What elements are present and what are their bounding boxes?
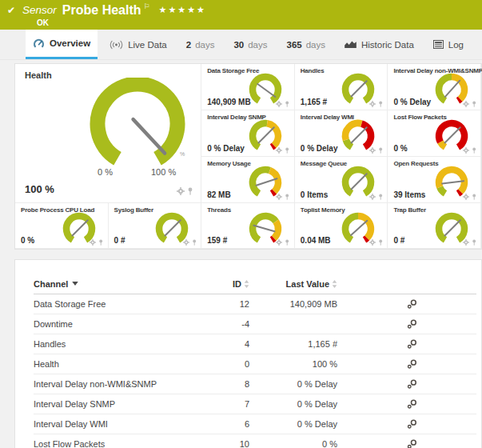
channel-edit-cell[interactable]	[400, 419, 424, 430]
priority-stars[interactable]: ★★★★★	[159, 5, 206, 14]
pin-icon[interactable]	[472, 239, 476, 246]
pin-icon[interactable]	[378, 239, 383, 246]
channel-name-cell[interactable]: Data Storage Free	[34, 299, 197, 309]
pin-icon[interactable]	[472, 194, 476, 200]
gauge-needle	[133, 119, 165, 153]
channel-name-cell[interactable]: Handles	[34, 339, 197, 349]
gauge-tile-toplist-memory[interactable]: Toplist Memory0.04 MB	[295, 203, 388, 249]
table-row[interactable]: Handles41,165 #	[34, 334, 476, 354]
priority-flag-icon[interactable]: ⚐	[144, 3, 150, 11]
gear-icon[interactable]	[276, 194, 282, 200]
tab-2-days[interactable]: 2days	[179, 30, 222, 59]
gear-icon[interactable]	[276, 101, 282, 107]
gauge-tile-interval-delay-snmp[interactable]: Interval Delay SNMP0 % Delay	[201, 110, 295, 157]
table-row[interactable]: Interval Delay WMI60 % Delay	[34, 414, 476, 434]
gear-icon[interactable]	[177, 187, 185, 195]
channel-settings-icon[interactable]	[407, 359, 417, 370]
channel-name-cell[interactable]: Interval Delay SNMP	[34, 399, 197, 409]
gear-icon[interactable]	[463, 147, 469, 154]
pin-icon[interactable]	[472, 147, 476, 154]
tab-overview[interactable]: Overview	[26, 30, 98, 59]
pin-icon[interactable]	[378, 194, 383, 200]
gear-icon[interactable]	[276, 147, 282, 154]
gauge-tile-syslog-buffer[interactable]: Syslog Buffer0 #	[109, 203, 202, 249]
channel-settings-icon[interactable]	[407, 439, 417, 448]
table-row[interactable]: Interval Delay SNMP70 % Delay	[34, 394, 476, 414]
gauge-tile-handles[interactable]: Handles1,165 #	[295, 64, 388, 110]
gear-icon[interactable]	[369, 101, 376, 107]
status-badge: OK	[37, 18, 482, 27]
pin-icon[interactable]	[378, 147, 383, 154]
channel-settings-icon[interactable]	[407, 299, 417, 310]
pin-icon[interactable]	[285, 101, 289, 107]
gear-icon[interactable]	[463, 101, 469, 107]
gauge-title: Health	[25, 70, 52, 80]
column-header-id[interactable]: ID	[197, 279, 249, 289]
pin-icon[interactable]	[192, 239, 197, 246]
gauge-tile-message-queue[interactable]: Message Queue0 Items	[295, 157, 388, 203]
gauge-tile-lost-flow-packets[interactable]: Lost Flow Packets0 %	[388, 110, 481, 157]
channel-name-cell[interactable]: Downtime	[34, 319, 197, 329]
table-row[interactable]: Health0100 %	[34, 354, 476, 374]
gauge-tile-memory-usage[interactable]: Memory Usage82 MB	[201, 157, 295, 203]
gear-icon[interactable]	[276, 239, 282, 246]
channel-settings-icon[interactable]	[407, 379, 417, 390]
channel-last-value: 0 % Delay	[297, 419, 337, 429]
table-row[interactable]: Downtime-4	[34, 314, 476, 334]
channel-name-cell[interactable]: Interval Delay non-WMI&SNMP	[34, 379, 197, 389]
table-row[interactable]: Lost Flow Packets100 %	[34, 434, 476, 448]
gauge-tile-data-storage-free[interactable]: Data Storage Free140,909 MB	[201, 64, 295, 110]
object-kind-label: Sensor	[22, 5, 57, 17]
column-header-channel[interactable]: Channel	[34, 279, 197, 289]
table-header-row: ChannelIDLast Value	[34, 274, 476, 294]
table-row[interactable]: Interval Delay non-WMI&SNMP80 % Delay	[34, 374, 476, 394]
gear-icon[interactable]	[90, 239, 96, 246]
channel-settings-icon[interactable]	[407, 399, 417, 410]
channel-settings-icon[interactable]	[407, 419, 417, 430]
tab-30-days[interactable]: 30days	[226, 30, 274, 59]
pin-icon[interactable]	[285, 147, 289, 154]
table-row[interactable]: Data Storage Free12140,909 MB	[34, 294, 476, 314]
gauge-tile-open-requests[interactable]: Open Requests39 Items	[388, 157, 481, 203]
gauge-tile-threads[interactable]: Threads159 #	[201, 203, 295, 249]
gear-icon[interactable]	[369, 147, 376, 154]
gear-icon[interactable]	[369, 239, 376, 246]
pin-icon[interactable]	[378, 101, 383, 107]
channel-edit-cell[interactable]	[400, 299, 424, 310]
gauge-tile-interval-delay-non-wmi-snmp[interactable]: Interval Delay non-WMI&SNMP0 % Delay	[388, 64, 481, 110]
channel-name-cell[interactable]: Health	[34, 359, 197, 369]
pin-icon[interactable]	[285, 239, 289, 246]
sort-icon[interactable]	[332, 280, 337, 288]
gear-icon[interactable]	[183, 239, 189, 246]
gear-icon[interactable]	[463, 194, 469, 200]
channel-edit-cell[interactable]	[400, 379, 424, 390]
gauge-needle	[257, 84, 275, 97]
channel-settings-icon[interactable]	[407, 319, 417, 330]
channel-name-cell[interactable]: Lost Flow Packets	[34, 439, 197, 448]
pin-icon[interactable]	[285, 194, 289, 200]
gauge-tile-interval-delay-wmi[interactable]: Interval Delay WMI0 % Delay	[295, 110, 388, 157]
sort-desc-icon[interactable]	[72, 282, 78, 286]
gauge-tile-trap-buffer[interactable]: Trap Buffer0 #	[388, 203, 481, 249]
channel-edit-cell[interactable]	[400, 319, 424, 330]
channel-edit-cell[interactable]	[400, 359, 424, 370]
gear-icon[interactable]	[369, 194, 376, 200]
tab-historic-data[interactable]: Historic Data	[337, 30, 421, 59]
pin-icon[interactable]	[472, 101, 476, 107]
pin-icon[interactable]	[98, 239, 103, 246]
tab-365-days[interactable]: 365days	[279, 30, 332, 59]
channel-edit-cell[interactable]	[400, 399, 424, 410]
gauge-tile-probe-process-cpu-load[interactable]: Probe Process CPU Load0 %	[15, 203, 109, 249]
pin-icon[interactable]	[187, 187, 193, 195]
channel-edit-cell[interactable]	[400, 339, 424, 350]
channel-name-cell[interactable]: Interval Delay WMI	[34, 419, 197, 429]
column-header-last-value[interactable]: Last Value	[249, 279, 337, 289]
channel-edit-cell[interactable]	[400, 439, 424, 448]
tab-log[interactable]: Log	[426, 30, 471, 59]
tab-live-data[interactable]: Live Data	[102, 30, 174, 59]
gauge-tile-health[interactable]: Health0 %100 %%100 %	[15, 64, 201, 203]
gear-icon[interactable]	[463, 239, 469, 246]
gauge-value: 39 Items	[393, 190, 425, 199]
channel-settings-icon[interactable]	[407, 339, 417, 350]
sort-icon[interactable]	[244, 280, 249, 288]
